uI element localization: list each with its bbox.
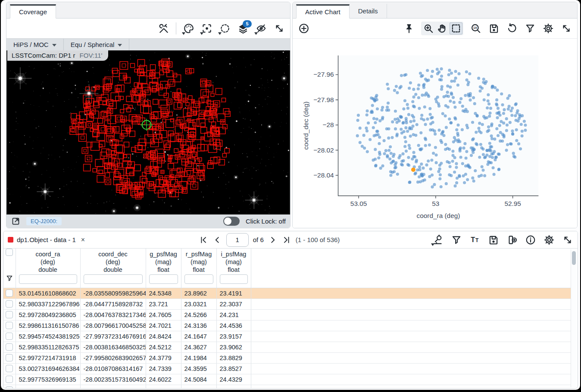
filter-input-coord_ra[interactable] (19, 274, 77, 284)
text-view-icon[interactable]: TT (469, 234, 481, 246)
page-count-label: of 6 (253, 236, 264, 243)
save-icon[interactable] (487, 234, 499, 246)
tab-details[interactable]: Details (350, 4, 387, 18)
pin-icon[interactable] (403, 23, 415, 34)
prev-page-icon[interactable] (212, 235, 222, 245)
svg-text:52.95: 52.95 (504, 200, 521, 207)
table-cell: 52.994574524381925 (16, 331, 80, 342)
circle-select-icon[interactable] (219, 23, 231, 34)
page-number-input[interactable] (226, 233, 249, 247)
click-lock-toggle[interactable] (223, 217, 240, 226)
table-cell: 23.4191 (216, 288, 251, 299)
row-checkbox[interactable] (6, 365, 13, 372)
expand-icon[interactable] (560, 23, 572, 34)
column-header-r_psfMag[interactable]: r_psfMag(mag)float (181, 249, 216, 274)
first-page-icon[interactable] (199, 235, 208, 245)
table-cell: 23.721 (146, 299, 181, 309)
row-checkbox[interactable] (6, 343, 13, 351)
fov-label: FOV:11' (80, 52, 103, 59)
gear-icon[interactable] (542, 23, 554, 34)
table-cell: 24.5084 (181, 374, 216, 385)
row-checkbox[interactable] (6, 386, 13, 388)
microscope-icon[interactable] (432, 234, 444, 246)
filter-icon[interactable] (524, 23, 536, 34)
add-column-icon[interactable] (506, 234, 518, 246)
row-checkbox[interactable] (6, 322, 13, 329)
column-header-i_psfMag[interactable]: i_psfMag(mag)float (216, 249, 251, 274)
gear-icon[interactable] (543, 234, 555, 246)
table-row[interactable]: 53.01451610868602-28.03558095982596424.5… (3, 288, 573, 299)
column-header-coord_dec[interactable]: coord_dec(deg)double (80, 249, 146, 274)
palette-icon[interactable] (183, 23, 194, 34)
tab-active-chart[interactable]: Active Chart (296, 4, 350, 19)
chevron-down-icon (118, 44, 122, 47)
row-checkbox[interactable] (6, 376, 13, 383)
expand-icon[interactable] (562, 234, 573, 246)
chart-mode-group (421, 22, 463, 35)
close-icon[interactable]: × (81, 236, 85, 244)
chevron-down-icon (52, 44, 56, 47)
tools-icon[interactable] (158, 23, 169, 34)
filter-input-g_psfMag[interactable] (149, 274, 178, 284)
info-icon[interactable] (525, 234, 536, 246)
column-header-g_psfMag[interactable]: g_psfMag(mag)float (146, 249, 181, 274)
table-row[interactable]: 53.002731694626384-28.0108708631416724.7… (3, 363, 573, 374)
table-cell: 23.9062 (216, 342, 251, 352)
row-checkbox[interactable] (6, 354, 13, 361)
scrollbar-thumb[interactable] (572, 251, 576, 265)
save-icon[interactable] (488, 23, 500, 34)
filter-input-r_psfMag[interactable] (184, 274, 213, 284)
next-page-icon[interactable] (268, 235, 278, 245)
add-chart-icon[interactable] (298, 23, 309, 34)
select-all-checkbox[interactable] (6, 249, 13, 256)
table-cell: 24.5266 (181, 309, 216, 320)
table-row[interactable]: 52.99728049236805-28.00476378321734624.7… (3, 309, 573, 320)
chart-toolbar: 1X (293, 19, 577, 39)
filter-input-i_psfMag[interactable] (220, 274, 248, 284)
rect-select-icon[interactable] (450, 22, 462, 34)
filter-input-coord_dec[interactable] (84, 274, 143, 284)
table-cell: -28.003816346850325 (80, 342, 146, 352)
table-row[interactable]: 52.998335112826375-28.00381634685032524.… (3, 342, 573, 352)
table-toolbar: dp1.Object - data - 1 × of 6 (1 - 100 of… (3, 231, 578, 248)
svg-text:−27.96: −27.96 (313, 71, 334, 78)
row-checkbox[interactable] (6, 333, 13, 340)
zoom-1x-icon[interactable]: 1X (470, 23, 481, 34)
svg-text:−28.02: −28.02 (313, 146, 334, 154)
refresh-icon[interactable] (506, 23, 518, 34)
hide-layers-icon[interactable] (255, 23, 267, 34)
table-scrollbar[interactable] (571, 249, 577, 387)
table-cell (80, 385, 146, 388)
table-row[interactable]: 52.998611316150786-28.00796617004525824.… (3, 320, 573, 331)
coverage-toolbar: 5 (6, 19, 290, 38)
sky-image-viewer[interactable]: LSSTComCam: DP1 rFOV:11' (6, 50, 290, 214)
tab-coverage[interactable]: Coverage (10, 4, 56, 19)
table-row[interactable]: 52.994574524381925-27.99737231467691624.… (3, 331, 573, 342)
last-page-icon[interactable] (282, 235, 291, 245)
filter-icon[interactable] (450, 234, 462, 246)
table-cell: -27.997372314676916 (80, 331, 146, 342)
recenter-icon[interactable] (201, 23, 212, 34)
table-cell (216, 385, 251, 388)
image-status-bar: EQ-J2000: Click Lock: off (6, 214, 290, 228)
external-link-icon[interactable] (11, 217, 20, 226)
coord-mode-dropdown[interactable]: Equ / Spherical (64, 39, 130, 50)
column-header-coord_ra[interactable]: coord_ra(deg)double (16, 249, 80, 274)
row-checkbox[interactable] (6, 300, 13, 308)
pan-hand-icon[interactable] (436, 22, 449, 34)
expand-icon[interactable] (273, 23, 285, 34)
image-survey-label: LSSTComCam: DP1 rFOV:11' (7, 50, 108, 61)
scatter-chart[interactable]: 53.055352.95−27.96−27.98−28−28.02−28.04c… (293, 39, 577, 228)
table-row[interactable] (3, 385, 573, 388)
table-cell: 24.1984 (181, 352, 216, 363)
table-row[interactable]: 52.99775326969135-28.00235157316049224.6… (3, 374, 573, 385)
table-cell: 24.3595 (181, 363, 216, 374)
row-checkbox[interactable] (6, 289, 13, 297)
layers-count-badge: 5 (243, 20, 252, 28)
row-checkbox[interactable] (6, 311, 13, 318)
table-row[interactable]: 52.980337122967896-28.0447715892873223.7… (3, 299, 573, 309)
layers-icon[interactable]: 5 (237, 23, 249, 34)
hips-moc-dropdown[interactable]: HiPS / MOC (6, 39, 64, 50)
zoom-in-icon[interactable] (422, 22, 435, 34)
table-row[interactable]: 52.99727214731918-27.99580268390265724.3… (3, 352, 573, 363)
